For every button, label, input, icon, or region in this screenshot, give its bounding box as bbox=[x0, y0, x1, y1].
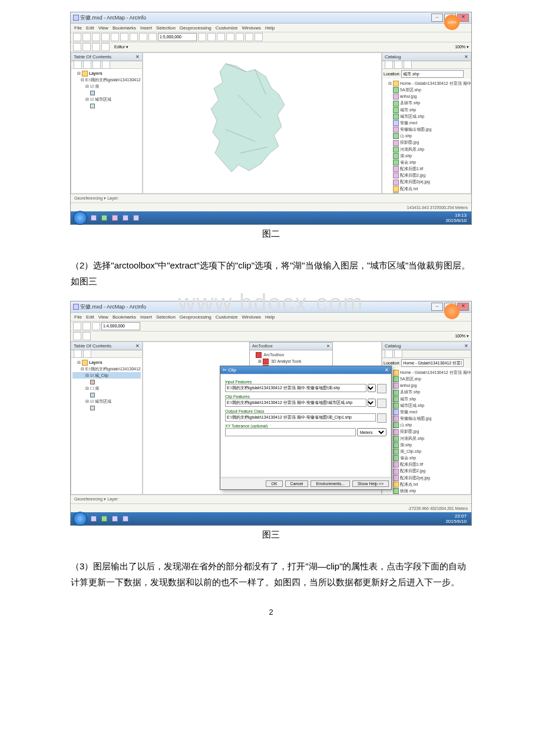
taskbar-app-icon[interactable] bbox=[101, 215, 107, 221]
cat-root[interactable]: ⊟ Home - Gislab\134130412 任富强 期中-安徽 bbox=[384, 80, 470, 87]
cat-item[interactable]: anhui.jpg bbox=[384, 382, 470, 389]
map-canvas[interactable] bbox=[143, 52, 382, 194]
zoom-in-icon[interactable] bbox=[73, 43, 81, 51]
menu-geoprocessing[interactable]: Geoprocessing bbox=[180, 314, 211, 320]
cut-icon[interactable] bbox=[111, 33, 119, 41]
pan-icon[interactable] bbox=[82, 332, 91, 340]
cat-item[interactable]: 山.shp bbox=[384, 132, 470, 139]
cat-item[interactable]: 投影图.jpg bbox=[384, 139, 470, 145]
search-icon[interactable] bbox=[236, 33, 244, 41]
map-scale-input[interactable]: 1:4,000,000 bbox=[101, 322, 140, 330]
layers-root[interactable]: ⊟ Layers bbox=[72, 359, 141, 366]
cat-item[interactable]: 城市区域.shp bbox=[384, 402, 470, 409]
cat-item[interactable]: 配准后图1.tif bbox=[384, 165, 470, 172]
save-icon[interactable] bbox=[92, 33, 100, 41]
menu-customize[interactable]: Customize bbox=[216, 314, 238, 320]
zoom-in-icon[interactable] bbox=[73, 332, 81, 340]
cat-item[interactable]: 配准点.txt bbox=[384, 481, 470, 488]
menu-windows[interactable]: Windows bbox=[242, 25, 260, 31]
list-by-selection-icon[interactable] bbox=[102, 61, 110, 69]
new-icon[interactable] bbox=[73, 33, 81, 41]
menu-view[interactable]: View bbox=[98, 25, 108, 31]
map-canvas[interactable]: ArcToolbox✕ ArcToolbox⊞ 3D Analyst Tools… bbox=[143, 341, 382, 495]
cat-item[interactable]: 安徽输出地图.jpg bbox=[384, 126, 470, 132]
catalog-icon[interactable] bbox=[226, 33, 234, 41]
layer-city-zone[interactable]: ⊟ ☑ 城市区域 bbox=[72, 96, 141, 102]
taskbar-app-icon[interactable] bbox=[123, 215, 128, 221]
cat-item[interactable]: 5A景区.shp bbox=[384, 87, 470, 93]
cat-item[interactable]: 配准后图2.jpg bbox=[384, 172, 470, 178]
taskbar-app-icon[interactable] bbox=[101, 516, 107, 522]
cat-item[interactable]: 配准后图2prj.jpg bbox=[384, 475, 470, 481]
menu-bookmarks[interactable]: Bookmarks bbox=[113, 25, 136, 31]
layer-city-zone[interactable]: ⊟ ☑ 城市区域 bbox=[72, 398, 141, 404]
browse-icon[interactable] bbox=[377, 384, 386, 393]
cat-item[interactable]: 铁路.shp bbox=[384, 488, 470, 494]
list-by-visibility-icon[interactable] bbox=[92, 61, 101, 69]
list-by-drawing-icon[interactable] bbox=[74, 350, 82, 358]
georef-label[interactable]: Georeferencing ▾ Layer: bbox=[74, 196, 119, 201]
output-fc-field[interactable] bbox=[225, 413, 376, 422]
browse-icon[interactable] bbox=[377, 413, 386, 423]
menu-edit[interactable]: Edit bbox=[86, 314, 94, 320]
layers-root[interactable]: ⊟ Layers bbox=[72, 70, 141, 77]
cat-item[interactable]: 安徽输出地图.jpg bbox=[384, 415, 470, 422]
cat-item[interactable]: 县级市.shp bbox=[384, 100, 470, 106]
menu-file[interactable]: File bbox=[74, 25, 82, 31]
catalog-location-input[interactable] bbox=[401, 359, 464, 367]
toc-close-icon[interactable]: ✕ bbox=[136, 343, 140, 349]
cat-item[interactable]: 城市.shp bbox=[384, 396, 470, 402]
redo-icon[interactable] bbox=[148, 33, 157, 41]
open-icon[interactable] bbox=[82, 33, 91, 41]
editor-toolbar-icon[interactable] bbox=[198, 33, 206, 41]
new-icon[interactable] bbox=[73, 322, 81, 330]
cat-item[interactable]: 省会.shp bbox=[384, 455, 470, 461]
cat-home-icon[interactable] bbox=[404, 61, 412, 69]
catalog-location-input[interactable] bbox=[401, 70, 464, 78]
input-features-dropdown[interactable] bbox=[368, 384, 376, 392]
taskbar-app-icon[interactable] bbox=[112, 215, 118, 221]
layer-lake-symbol[interactable] bbox=[72, 89, 141, 96]
toc-close-icon[interactable]: ✕ bbox=[136, 54, 140, 59]
clip-features-dropdown[interactable] bbox=[368, 399, 376, 407]
clip-dialog-close-icon[interactable]: ✕ bbox=[385, 367, 389, 373]
catalog-close-icon[interactable]: ✕ bbox=[464, 54, 468, 59]
browse-icon[interactable] bbox=[377, 399, 386, 408]
list-by-source-icon[interactable] bbox=[83, 61, 91, 69]
menu-help[interactable]: Help bbox=[265, 314, 275, 320]
cancel-button[interactable]: Cancel bbox=[285, 480, 309, 487]
system-tray[interactable]: 22:072015/6/10 bbox=[445, 513, 469, 524]
start-button[interactable] bbox=[73, 211, 87, 225]
cat-item[interactable]: 投影图.jpg bbox=[384, 428, 470, 435]
taskbar-app-icon[interactable] bbox=[112, 516, 118, 522]
add-data-icon[interactable] bbox=[207, 33, 216, 41]
ok-button[interactable]: OK bbox=[266, 480, 282, 487]
layer-clip-selected[interactable]: ⊟ ☑ 城_Clip bbox=[72, 372, 141, 379]
open-icon[interactable] bbox=[82, 322, 91, 330]
taskbar-app-icon[interactable] bbox=[133, 215, 139, 221]
cat-back-icon[interactable] bbox=[385, 350, 393, 358]
toolbox-icon[interactable] bbox=[245, 33, 253, 41]
taskbar-app-icon[interactable] bbox=[123, 516, 128, 522]
layer-group-folder[interactable]: ⊟ E:\我的文档\gislab\134130412 任富 bbox=[72, 366, 141, 372]
cat-item[interactable]: 河湖风景.shp bbox=[384, 435, 470, 442]
toolbox-item[interactable]: ⊞ 3D Analyst Tools bbox=[251, 358, 331, 364]
layer-lake[interactable]: ⊟ ☐ 湖 bbox=[72, 385, 141, 392]
taskbar-app-icon[interactable] bbox=[91, 516, 97, 522]
menu-geoprocessing[interactable]: Geoprocessing bbox=[180, 25, 211, 31]
cat-root[interactable]: ⊟ Home - Gislab\134130412 任富强 期中-安徽 bbox=[384, 369, 470, 376]
print-icon[interactable] bbox=[101, 33, 110, 41]
menu-customize[interactable]: Customize bbox=[216, 25, 238, 31]
xy-tolerance-unit[interactable]: Meters bbox=[357, 428, 386, 436]
cat-item[interactable]: 安徽.mxd bbox=[384, 120, 470, 126]
cat-up-icon[interactable] bbox=[394, 61, 402, 69]
list-by-source-icon[interactable] bbox=[83, 350, 91, 358]
cat-back-icon[interactable] bbox=[385, 61, 393, 69]
cat-item[interactable]: 5A景区.shp bbox=[384, 376, 470, 382]
clip-features-field[interactable] bbox=[225, 399, 366, 407]
menu-help[interactable]: Help bbox=[265, 25, 275, 31]
cat-item[interactable]: 城市区域.shp bbox=[384, 113, 470, 120]
cat-item[interactable]: 河湖风景.shp bbox=[384, 146, 470, 152]
python-icon[interactable] bbox=[255, 33, 263, 41]
menu-insert[interactable]: Insert bbox=[140, 25, 152, 31]
